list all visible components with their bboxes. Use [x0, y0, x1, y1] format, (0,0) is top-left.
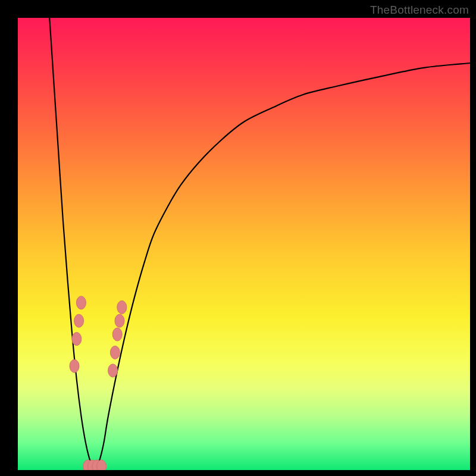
chart-frame: TheBottleneck.com: [0, 0, 476, 476]
data-marker: [117, 300, 127, 314]
marker-layer: [70, 296, 127, 470]
data-marker: [74, 314, 84, 327]
data-marker: [92, 460, 102, 470]
data-marker: [83, 460, 93, 470]
data-marker: [97, 460, 107, 470]
data-marker: [72, 333, 82, 346]
data-marker: [76, 296, 86, 309]
curve-svg: [18, 18, 470, 470]
data-marker: [110, 346, 120, 359]
data-marker: [108, 364, 118, 377]
data-marker: [115, 314, 124, 327]
data-marker: [112, 328, 122, 341]
bottleneck-curve: [49, 18, 470, 470]
data-marker: [87, 460, 97, 470]
watermark-text: TheBottleneck.com: [370, 4, 469, 17]
plot-area: [18, 18, 470, 470]
data-marker: [70, 359, 79, 372]
